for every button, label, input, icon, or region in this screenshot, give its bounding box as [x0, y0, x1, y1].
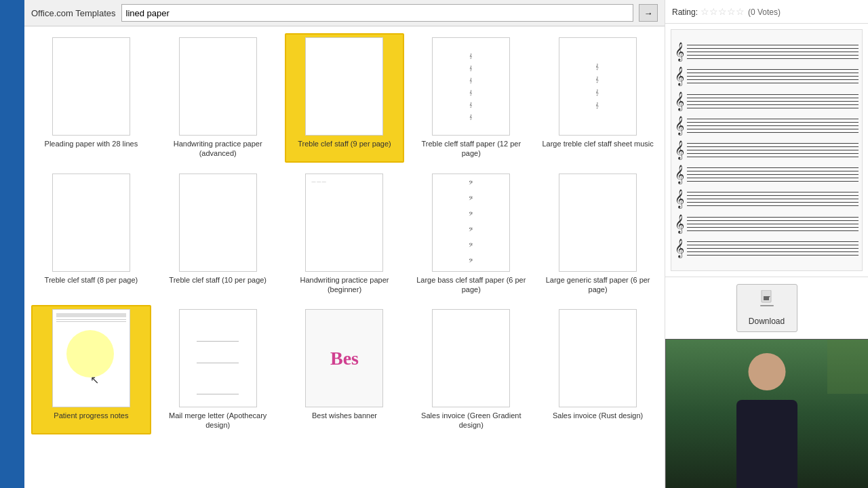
svg-rect-5	[760, 305, 774, 306]
template-patient-notes[interactable]: ↖ Patient progress notes	[31, 305, 151, 434]
template-thumb-treble10	[179, 174, 257, 272]
template-handwriting-adv[interactable]: Handwriting practice paper (advanced)	[158, 33, 278, 163]
template-thumb-treble8	[52, 174, 130, 272]
staff-row-4: 𝄞	[675, 117, 859, 135]
template-thumb-treble12: 𝄞 𝄞 𝄞 𝄞 𝄞 𝄞	[432, 37, 510, 136]
template-label-sales-green: Sales invoice (Green Gradient design)	[415, 411, 527, 430]
clef-7: 𝄞	[675, 190, 684, 208]
staff-row-1: 𝄞	[675, 43, 859, 61]
template-sales-rust[interactable]: Sales invoice (Rust design)	[538, 305, 658, 434]
template-thumb-treble9	[305, 37, 383, 136]
template-generic-staff[interactable]: Large generic staff paper (6 per page)	[538, 169, 658, 299]
template-label-best-wishes: Best wishes banner	[312, 411, 377, 420]
staff-row-7: 𝄞	[675, 190, 859, 208]
clef-5: 𝄞	[675, 141, 684, 159]
right-panel: Rating: ☆☆☆☆☆ (0 Votes) 𝄞 𝄞 𝄞 𝄞	[665, 0, 868, 488]
template-label-large-treble: Large treble clef staff sheet music	[542, 139, 653, 148]
template-thumb-handwriting-adv	[179, 37, 257, 136]
sidebar-strip	[0, 0, 24, 488]
template-thumb-bass-clef: 𝄢 𝄢 𝄢 𝄢 𝄢 𝄢	[432, 174, 510, 272]
clef-2: 𝄞	[675, 67, 684, 85]
template-label-handwriting-beg: Handwriting practice paper (beginner)	[289, 275, 401, 295]
staff-row-6: 𝄞	[675, 165, 859, 184]
download-button[interactable]: Download	[736, 284, 797, 332]
clef-9: 𝄞	[675, 239, 684, 258]
template-thumb-pleading	[52, 37, 130, 136]
template-sales-green[interactable]: Sales invoice (Green Gradient design)	[411, 305, 531, 434]
search-button[interactable]: →	[639, 4, 658, 22]
template-thumb-large-treble: 𝄞 𝄞 𝄞 𝄞	[559, 37, 637, 136]
rating-section: Rating: ☆☆☆☆☆ (0 Votes)	[665, 0, 868, 24]
download-section: Download	[665, 277, 868, 339]
clef-8: 𝄞	[675, 215, 684, 233]
template-thumb-best-wishes: Bes	[305, 309, 383, 407]
webcam-overlay	[665, 339, 868, 488]
staff-row-8: 𝄞	[675, 215, 859, 233]
clef-4: 𝄞	[675, 117, 684, 135]
search-input[interactable]	[121, 4, 633, 22]
template-bass-clef[interactable]: 𝄢 𝄢 𝄢 𝄢 𝄢 𝄢 Large bass clef staff paper …	[411, 169, 531, 299]
template-treble10[interactable]: Treble clef staff (10 per page)	[158, 169, 278, 299]
votes-text: (0 Votes)	[748, 7, 781, 17]
template-treble9[interactable]: Treble clef staff (9 per page)	[285, 33, 405, 163]
header-bar: Office.com Templates →	[24, 0, 665, 26]
download-icon	[759, 290, 775, 313]
rating-stars[interactable]: ☆☆☆☆☆	[701, 6, 745, 17]
download-label: Download	[749, 317, 785, 326]
clef-6: 𝄞	[675, 165, 684, 184]
best-wishes-text: Bes	[330, 348, 359, 369]
template-label-sales-rust: Sales invoice (Rust design)	[553, 411, 643, 420]
staff-row-2: 𝄞	[675, 67, 859, 85]
template-thumb-sales-green	[432, 309, 510, 407]
staff-row-5: 𝄞	[675, 141, 859, 159]
template-label-treble10: Treble clef staff (10 per page)	[169, 275, 267, 285]
template-handwriting-beg[interactable]: — — — Handwriting practice paper (beginn…	[285, 169, 405, 299]
template-label-bass-clef: Large bass clef staff paper (6 per page)	[415, 275, 527, 295]
svg-rect-3	[765, 296, 768, 300]
template-label-generic-staff: Large generic staff paper (6 per page)	[542, 275, 654, 295]
staff-preview: 𝄞 𝄞 𝄞 𝄞 𝄞 𝄞	[671, 30, 862, 270]
template-thumb-generic-staff	[559, 174, 637, 272]
template-label-pleading: Pleading paper with 28 lines	[45, 139, 138, 148]
template-thumb-handwriting-beg: — — —	[305, 174, 383, 272]
template-thumb-mail-merge	[179, 309, 257, 407]
template-large-treble[interactable]: 𝄞 𝄞 𝄞 𝄞 Large treble clef staff sheet mu…	[538, 33, 658, 163]
preview-area: 𝄞 𝄞 𝄞 𝄞 𝄞 𝄞	[671, 29, 863, 271]
template-mail-merge[interactable]: Mail merge letter (Apothecary design)	[158, 305, 278, 434]
main-content: Office.com Templates →	[24, 0, 665, 488]
template-treble12[interactable]: 𝄞 𝄞 𝄞 𝄞 𝄞 𝄞 Treble cleff staff paper (12…	[411, 33, 531, 163]
template-label-patient-notes: Patient progress notes	[54, 411, 128, 420]
rating-label: Rating:	[672, 7, 698, 17]
template-label-treble8: Treble clef staff (8 per page)	[45, 275, 138, 285]
template-best-wishes[interactable]: Bes Best wishes banner	[285, 305, 405, 434]
clef-3: 𝄞	[675, 92, 684, 110]
templates-area: Pleading paper with 28 lines Handwriting…	[24, 26, 665, 488]
template-thumb-patient-notes: ↖	[52, 309, 130, 407]
staff-row-9: 𝄞	[675, 239, 859, 258]
svg-rect-2	[764, 296, 765, 300]
template-label-handwriting-adv: Handwriting practice paper (advanced)	[162, 139, 274, 159]
template-label-treble9: Treble clef staff (9 per page)	[298, 139, 391, 148]
template-treble8[interactable]: Treble clef staff (8 per page)	[31, 169, 151, 299]
template-pleading[interactable]: Pleading paper with 28 lines	[31, 33, 151, 163]
source-label: Office.com Templates	[31, 8, 116, 18]
clef-1: 𝄞	[675, 43, 684, 61]
template-label-treble12: Treble cleff staff paper (12 per page)	[415, 139, 527, 159]
template-label-mail-merge: Mail merge letter (Apothecary design)	[162, 411, 274, 430]
template-thumb-sales-rust	[559, 309, 637, 407]
templates-grid: Pleading paper with 28 lines Handwriting…	[31, 33, 658, 434]
staff-row-3: 𝄞	[675, 92, 859, 110]
svg-rect-4	[768, 296, 769, 300]
